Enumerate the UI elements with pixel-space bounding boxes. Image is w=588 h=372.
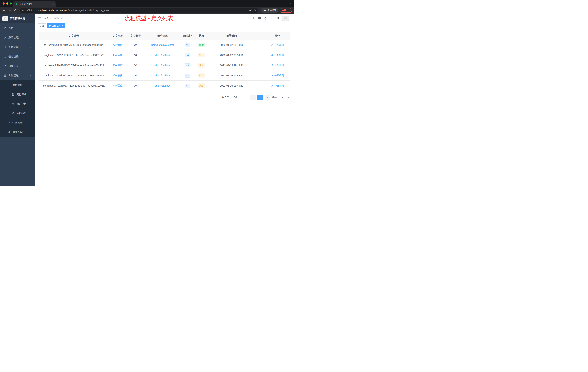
cell-category: OA: [126, 70, 145, 80]
collapse-sidebar-icon[interactable]: [38, 17, 41, 20]
browser-tab[interactable]: 芋道管理系统 ×: [13, 1, 56, 7]
version-badge: v2: [185, 74, 190, 77]
sidebar-item-icon: [4, 74, 7, 77]
tab-close-icon[interactable]: ×: [52, 2, 54, 6]
current-page-button[interactable]: 1: [257, 95, 263, 100]
sidebar-item-icon: [12, 112, 15, 115]
cell-deploy-time: 2022-01-22 21:48:38: [208, 40, 255, 50]
view-tag[interactable]: 首页: [38, 23, 46, 28]
assign-rule-link[interactable]: 分配规则: [271, 84, 284, 87]
browser-menu-dots-icon[interactable]: ⋮: [288, 9, 290, 12]
col-header-definition-name: 定义名称: [109, 32, 126, 40]
definition-name-link[interactable]: OA 请假: [113, 64, 122, 67]
sidebar-item-label: 流程表单: [16, 93, 32, 96]
saved-password-key-icon[interactable]: [249, 9, 252, 12]
page-size-select[interactable]: 10条/页: [231, 95, 248, 100]
sidebar-item-workflow[interactable]: 工作流程: [0, 71, 35, 80]
prev-page-button[interactable]: [250, 95, 256, 100]
sidebar-item-devtools[interactable]: 研发工具: [0, 61, 35, 71]
user-icon: [271, 74, 273, 77]
user-icon: [271, 54, 273, 56]
sidebar-item-icon: [12, 93, 15, 96]
reload-button[interactable]: [13, 8, 18, 13]
top-navbar: 首页 / 流程定义 流程模型 - 定义列表 tT: [35, 14, 294, 23]
help-question-icon[interactable]: [264, 17, 267, 20]
form-info-link[interactable]: /bpm/oa/flow: [155, 64, 170, 67]
maximize-window-button[interactable]: [10, 2, 12, 5]
chrome-update-button[interactable]: 更新 ⋮: [280, 8, 292, 13]
sidebar-item-system[interactable]: 系统管理: [0, 33, 35, 42]
close-window-button[interactable]: [2, 2, 5, 5]
breadcrumb-current: 流程定义: [53, 17, 63, 20]
cell-definition-id: oa_leave:2:3c1f0ef1-76b1-11ec-9c66-a2380…: [39, 70, 109, 80]
sidebar-item-payment[interactable]: 支付管理: [0, 42, 35, 52]
sidebar-item-home[interactable]: 首页: [0, 23, 35, 33]
minimize-window-button[interactable]: [6, 2, 8, 5]
definition-table: 定义编号 定义名称 定义分类 表单信息 流程版本 状态 部署时间 操作 oa_l…: [39, 32, 290, 91]
definition-name-link[interactable]: OA 请假: [113, 84, 122, 87]
sidebar-item-label: 基础设施: [8, 55, 30, 58]
font-size-icon[interactable]: tT: [277, 17, 279, 20]
tag-close-icon[interactable]: ×: [62, 24, 63, 27]
forward-button[interactable]: [7, 8, 12, 13]
chevron-up-icon: [30, 75, 32, 77]
sidebar-item-process-model[interactable]: 流程模型: [0, 109, 35, 118]
github-icon[interactable]: [258, 17, 261, 20]
form-info-link[interactable]: /bpm/oa/flow: [155, 54, 170, 57]
form-info-link[interactable]: /bpm/oa/flow: [155, 84, 170, 87]
goto-label: 前往: [272, 96, 277, 99]
not-secure-warning-icon: [22, 9, 24, 12]
avatar[interactable]: [282, 16, 289, 21]
sidebar-item-user-group[interactable]: 用户分组: [0, 99, 35, 109]
search-icon[interactable]: [252, 17, 255, 20]
version-badge: v3: [185, 63, 190, 67]
app-title: 芋道管理系统: [10, 17, 25, 20]
assign-rule-link[interactable]: 分配规则: [271, 74, 284, 77]
user-avatar-menu[interactable]: [282, 16, 291, 21]
sidebar-item-infra[interactable]: 基础设施: [0, 52, 35, 61]
page-content: 定义编号 定义名称 定义分类 表单信息 流程版本 状态 部署时间 操作 oa_l…: [35, 29, 294, 186]
form-info-link[interactable]: /bpm/oa/flow: [155, 74, 170, 77]
back-button[interactable]: [2, 8, 7, 13]
select-caret-down-icon: [245, 97, 247, 98]
cell-definition-id: oa_leave:3:1fad3d93-7b75-11ec-a3c8-acde4…: [39, 60, 109, 70]
avatar-caret-down-icon[interactable]: [289, 19, 291, 21]
sidebar-item-label: 首页: [8, 27, 32, 30]
sidebar-item-label: 用户分组: [16, 102, 32, 106]
sidebar-item-leave-query[interactable]: 请假查询: [0, 128, 35, 137]
tab-favicon-leaf-icon: [15, 3, 18, 5]
form-info-link[interactable]: /bpm/oa/leave/create: [151, 44, 175, 46]
update-label: 更新: [282, 9, 286, 12]
view-tag[interactable]: 流程定义 ×: [47, 23, 65, 28]
user-icon: [271, 64, 273, 67]
sidebar-item-task-manage[interactable]: 任务管理: [0, 118, 35, 128]
sidebar-item-icon: [8, 131, 10, 134]
sidebar-item-process-form[interactable]: 流程表单: [0, 90, 35, 99]
goto-page-input[interactable]: [279, 95, 286, 100]
definition-name-link[interactable]: OA 请假: [113, 43, 122, 47]
new-tab-button[interactable]: +: [58, 2, 60, 6]
pagination: 共 5 条 10条/页 1 前往 页: [39, 95, 290, 100]
sidebar-item-process-manage[interactable]: 流程管理: [0, 80, 35, 90]
table-row: oa_leave:1:482ec033-762a-11ec-8477-a2380…: [39, 81, 290, 91]
sidebar-item-label: 任务管理: [12, 121, 30, 124]
sidebar-item-icon: [4, 65, 7, 67]
address-bar[interactable]: 不安全 dashboard.yudao.iocoder.cn /bpm/mana…: [20, 8, 258, 13]
definition-name-link[interactable]: OA 请假: [113, 54, 122, 57]
next-page-button[interactable]: [265, 95, 270, 100]
cell-category: OA: [126, 50, 145, 60]
fullscreen-icon[interactable]: [271, 17, 274, 20]
breadcrumb-home[interactable]: 首页: [44, 17, 49, 20]
bookmark-star-icon[interactable]: [253, 9, 256, 12]
assign-rule-link[interactable]: 分配规则: [271, 54, 284, 57]
chevron-down-icon: [30, 55, 32, 58]
tags-bar: 首页 流程定义 ×: [35, 23, 294, 29]
assign-rule-link[interactable]: 分配规则: [271, 43, 284, 47]
definition-name-link[interactable]: OA 请假: [113, 74, 122, 77]
cell-definition-id: oa_leave:4:991f2193-7b7f-11ec-a3c8-acde4…: [39, 50, 109, 60]
security-label[interactable]: 不安全: [26, 9, 33, 12]
tab-strip-chevron-icon[interactable]: [289, 2, 292, 4]
table-row: oa_leave:4:991f2193-7b7f-11ec-a3c8-acde4…: [39, 50, 290, 60]
assign-rule-link[interactable]: 分配规则: [271, 64, 284, 67]
status-badge: 挂起: [198, 73, 205, 78]
